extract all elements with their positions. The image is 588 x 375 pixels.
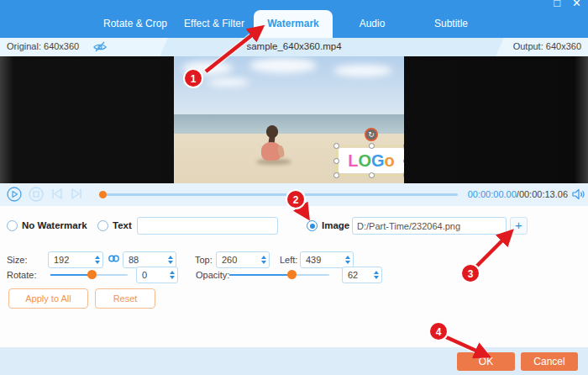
- resize-handle[interactable]: [403, 172, 404, 178]
- resize-handle[interactable]: [333, 172, 339, 178]
- link-dimensions-icon[interactable]: [108, 252, 120, 265]
- left-label: Left:: [280, 255, 297, 265]
- top-spinner[interactable]: [216, 251, 270, 268]
- apply-to-all-button[interactable]: Apply to All: [8, 288, 88, 309]
- resize-handle[interactable]: [369, 143, 375, 149]
- total-time: /00:00:13.06: [517, 189, 568, 199]
- video-preview[interactable]: ↻ L O G o: [174, 56, 404, 183]
- rotate-spinner[interactable]: [136, 267, 178, 283]
- rotate-label: Rotate:: [7, 270, 36, 280]
- resolution-info-bar: Original: 640x360 sample_640x360.mp4 Out…: [0, 38, 588, 56]
- previous-frame-button[interactable]: [50, 188, 64, 200]
- title-tab-bar: □ ✕ Rotate & Crop Effect & Filter Waterm…: [0, 0, 588, 38]
- tab-audio[interactable]: Audio: [333, 10, 412, 38]
- opacity-label: Opacity:: [196, 270, 229, 280]
- radio-text-watermark[interactable]: [97, 220, 108, 231]
- opacity-spinner[interactable]: [342, 267, 382, 283]
- logo-letter: o: [385, 152, 395, 169]
- tab-subtitle[interactable]: Subtitle: [412, 10, 491, 38]
- resize-handle[interactable]: [333, 143, 339, 149]
- text-watermark-input[interactable]: [137, 217, 278, 235]
- spinner-arrows[interactable]: [166, 271, 177, 279]
- maximize-icon[interactable]: □: [554, 0, 560, 9]
- radio-no-watermark[interactable]: [7, 220, 18, 231]
- volume-icon[interactable]: [571, 188, 585, 200]
- next-frame-button[interactable]: [70, 188, 83, 200]
- watermark-settings-panel: No Watermark Text Image + Size: Top:: [0, 206, 588, 347]
- seek-handle[interactable]: [99, 191, 107, 198]
- current-time: 00:00:00.00: [468, 189, 517, 199]
- dialog-footer: OK Cancel: [0, 347, 588, 375]
- spinner-arrows[interactable]: [165, 256, 176, 264]
- output-resolution-label: Output: 640x360: [513, 41, 581, 51]
- watermark-selection-box[interactable]: ↻ L O G o: [336, 145, 404, 176]
- logo-letter: L: [348, 152, 358, 169]
- logo-watermark[interactable]: L O G o: [339, 148, 404, 173]
- cancel-button[interactable]: Cancel: [521, 352, 578, 371]
- text-watermark-label[interactable]: Text: [113, 220, 132, 230]
- add-image-button[interactable]: +: [510, 217, 528, 235]
- resize-handle[interactable]: [369, 172, 375, 178]
- opacity-slider-handle[interactable]: [287, 270, 297, 279]
- left-input[interactable]: [301, 255, 342, 265]
- ok-button[interactable]: OK: [457, 352, 515, 371]
- tab-watermark[interactable]: Watermark: [254, 10, 333, 38]
- cloud: [333, 65, 392, 77]
- window-controls: □ ✕: [554, 0, 581, 9]
- watermark-editor-window: □ ✕ Rotate & Crop Effect & Filter Waterm…: [0, 0, 588, 375]
- video-filename: sample_640x360.mp4: [0, 41, 588, 51]
- cloud: [182, 61, 233, 75]
- tab-effect-filter[interactable]: Effect & Filter: [175, 10, 254, 38]
- video-stage: ↻ L O G o: [0, 56, 588, 183]
- spinner-arrows[interactable]: [92, 256, 102, 264]
- size-width-input[interactable]: [49, 255, 92, 265]
- stop-button[interactable]: [29, 187, 44, 202]
- rotate-slider[interactable]: [50, 274, 128, 276]
- resize-handle[interactable]: [403, 143, 404, 149]
- play-button[interactable]: [7, 187, 22, 202]
- rotate-input[interactable]: [137, 270, 166, 280]
- top-input[interactable]: [217, 255, 258, 265]
- spinner-arrows[interactable]: [258, 256, 269, 264]
- size-height-input[interactable]: [123, 255, 165, 265]
- playback-bar: 00:00:00.00/00:00:13.06: [0, 183, 588, 206]
- spinner-arrows[interactable]: [370, 271, 381, 279]
- no-watermark-label[interactable]: No Watermark: [22, 220, 87, 230]
- resize-handle[interactable]: [333, 158, 339, 164]
- opacity-slider[interactable]: [229, 274, 329, 276]
- radio-image-watermark[interactable]: [307, 220, 318, 231]
- size-width-spinner[interactable]: [48, 251, 103, 268]
- opacity-input[interactable]: [343, 270, 370, 280]
- rotate-handle-icon[interactable]: ↻: [365, 128, 378, 141]
- reset-button[interactable]: Reset: [95, 288, 155, 309]
- sitting-person: [258, 125, 288, 164]
- size-label: Size:: [7, 255, 27, 265]
- size-height-spinner[interactable]: [123, 251, 176, 268]
- image-watermark-label[interactable]: Image: [322, 220, 349, 230]
- spinner-arrows[interactable]: [342, 256, 353, 264]
- tab-rotate-crop[interactable]: Rotate & Crop: [96, 10, 175, 38]
- cloud: [207, 78, 249, 87]
- rotate-slider-handle[interactable]: [87, 270, 97, 279]
- close-icon[interactable]: ✕: [572, 0, 581, 9]
- image-path-input[interactable]: [352, 217, 507, 235]
- time-display: 00:00:00.00/00:00:13.06: [468, 189, 568, 199]
- cloud: [249, 58, 317, 73]
- left-spinner[interactable]: [300, 251, 354, 268]
- top-label: Top:: [195, 255, 213, 265]
- resize-handle[interactable]: [403, 158, 404, 164]
- tab-strip: Rotate & Crop Effect & Filter Watermark …: [96, 10, 491, 38]
- seek-bar[interactable]: [99, 193, 458, 196]
- logo-letter: O: [358, 152, 371, 169]
- logo-letter: G: [371, 152, 385, 169]
